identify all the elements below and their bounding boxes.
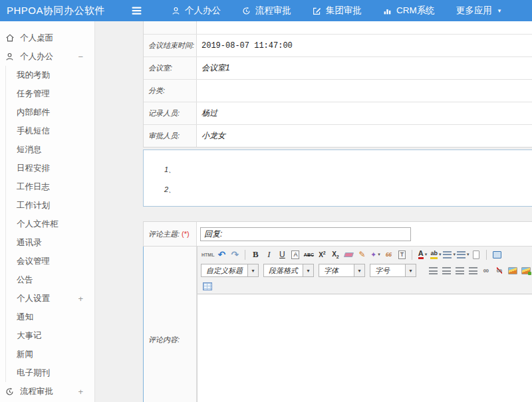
image-icon[interactable]	[507, 264, 519, 276]
comment-subject-input[interactable]	[200, 227, 411, 241]
nav-item[interactable]: 个人办公	[161, 0, 231, 21]
app-logo[interactable]: PHPOA协同办公软件	[0, 5, 120, 17]
editor-format-select[interactable]: 字体▾	[319, 264, 365, 277]
sidebar-item[interactable]: 个人办公−	[0, 47, 94, 66]
nav-item[interactable]: 集团审批	[302, 0, 372, 21]
sidebar-item-label: 我的考勤	[17, 70, 50, 81]
editor-format-select[interactable]: 段落格式▾	[263, 264, 314, 277]
table-icon[interactable]	[201, 280, 213, 292]
nav-item[interactable]: CRM系统	[372, 0, 446, 21]
align-justify-icon[interactable]	[467, 264, 479, 276]
home-icon	[5, 33, 15, 43]
link-icon[interactable]: ∞	[480, 264, 492, 276]
sidebar-item[interactable]: 短消息	[0, 140, 94, 159]
redo-icon[interactable]: ↷	[229, 249, 241, 260]
align-right-icon[interactable]	[454, 264, 466, 276]
sidebar-item[interactable]: 公告	[0, 270, 94, 289]
edit-square-icon	[313, 7, 321, 15]
expand-icon[interactable]: +	[78, 294, 83, 304]
sidebar-item[interactable]: 电子期刊	[0, 363, 94, 382]
sidebar-item[interactable]: 新闻	[0, 345, 94, 363]
unordered-list-icon[interactable]: ▾	[457, 249, 469, 260]
sidebar-item[interactable]: 任务管理	[0, 84, 94, 103]
field-value: 2019-08-07 11:47:00	[197, 35, 532, 56]
html-source-icon[interactable]: HTML	[201, 249, 214, 260]
align-left-icon[interactable]	[427, 264, 439, 276]
top-nav: 个人办公流程审批集团审批CRM系统更多应用▾	[161, 0, 511, 21]
sidebar-item[interactable]: 通知	[0, 308, 94, 326]
top-navbar: PHPOA协同办公软件 个人办公流程审批集团审批CRM系统更多应用▾	[0, 0, 532, 21]
user-icon	[172, 7, 180, 15]
sidebar-item[interactable]: 工作日志	[0, 177, 94, 196]
sidebar-item[interactable]: 个人桌面	[0, 29, 94, 47]
italic-icon[interactable]: I	[263, 249, 275, 260]
chart-icon	[383, 7, 392, 15]
fullscreen-icon[interactable]	[491, 249, 503, 260]
expand-icon[interactable]: +	[78, 387, 83, 397]
separator	[486, 250, 487, 260]
workflow-icon	[5, 387, 15, 396]
editor-format-select[interactable]: 字号▾	[370, 264, 416, 277]
sidebar-item-label: 日程安排	[17, 163, 50, 174]
field-value: 小龙女	[197, 125, 532, 147]
sidebar-item[interactable]: 会议管理	[0, 252, 94, 270]
magic-wand-icon[interactable]: ✦▾	[369, 249, 381, 260]
nav-item[interactable]: 流程审批	[231, 0, 302, 21]
nav-item[interactable]: 更多应用▾	[446, 0, 512, 21]
format-brush-icon[interactable]: ✎	[356, 249, 368, 260]
meeting-minutes-box[interactable]: 1、2、	[143, 150, 532, 207]
ordered-list-icon[interactable]: ▾	[443, 249, 456, 260]
sidebar-item[interactable]: 个人文件柜	[0, 215, 94, 233]
flash-icon[interactable]	[520, 264, 532, 276]
sidebar-item[interactable]: 个人设置+	[0, 289, 94, 308]
comment-subject-row: 评论主题: (*)	[143, 221, 532, 247]
remove-format-icon[interactable]: A	[289, 249, 301, 260]
select-label: 字体	[319, 266, 354, 276]
undo-icon[interactable]: ↶	[215, 249, 227, 260]
nav-item-label: 个人办公	[185, 5, 221, 17]
select-label: 字号	[370, 266, 405, 276]
editor-format-select[interactable]: 自定义标题▾	[201, 264, 259, 277]
subscript-icon[interactable]: X2	[329, 249, 341, 260]
minutes-line: 1、	[164, 165, 532, 175]
highlight-color-icon[interactable]: ab▾	[430, 249, 442, 260]
comment-panel: 评论主题: (*) 评论内容: HTML↶↷BIUAABCX2X2✎✦▾66TA…	[143, 221, 532, 402]
superscript-icon[interactable]: X2	[316, 249, 328, 260]
table-row-partial	[144, 21, 532, 34]
sidebar-item-label: 个人设置	[17, 293, 50, 304]
sidebar-item[interactable]: 工作计划	[0, 196, 94, 215]
sidebar-item[interactable]: 流程审批+	[0, 382, 94, 401]
field-value: 杨过	[197, 102, 532, 124]
sidebar-item-label: 电子期刊	[17, 367, 50, 379]
paste-text-icon[interactable]: T	[396, 249, 408, 260]
collapse-icon[interactable]: −	[78, 52, 83, 62]
sidebar-item-label: 工作计划	[17, 200, 50, 211]
sidebar-item[interactable]: 内部邮件	[0, 103, 94, 122]
field-label: 分类:	[144, 80, 197, 102]
sidebar-item-label: 流程审批	[20, 386, 53, 397]
strikethrough-icon[interactable]: ABC	[303, 249, 315, 260]
sidebar-item[interactable]: 我的考勤	[0, 66, 94, 84]
select-label: 自定义标题	[201, 266, 247, 276]
eraser-icon[interactable]	[342, 249, 354, 260]
nav-item-label: CRM系统	[396, 5, 435, 17]
new-document-icon[interactable]	[470, 249, 482, 260]
user-icon	[5, 52, 15, 61]
editor-content-area[interactable]	[198, 294, 532, 402]
sidebar-item[interactable]: 通讯录	[0, 233, 94, 252]
sidebar-item-label: 个人办公	[20, 51, 53, 62]
sidebar-item[interactable]: 日程安排	[0, 159, 94, 177]
sidebar-item[interactable]: 大事记	[0, 326, 94, 345]
underline-icon[interactable]: U	[276, 249, 288, 260]
sidebar-item-label: 手机短信	[17, 126, 50, 137]
font-color-icon[interactable]: A▾	[416, 249, 428, 260]
blockquote-icon[interactable]: 66	[382, 249, 394, 260]
align-center-icon[interactable]	[440, 264, 452, 276]
sidebar-item-label: 短消息	[17, 144, 42, 155]
unlink-icon[interactable]: ∞	[493, 264, 505, 276]
menu-icon[interactable]	[129, 6, 144, 15]
caret-down-icon: ▾	[247, 264, 258, 276]
bold-icon[interactable]: B	[249, 249, 261, 260]
field-label: 会议室:	[144, 57, 197, 79]
sidebar-item[interactable]: 手机短信	[0, 122, 94, 140]
